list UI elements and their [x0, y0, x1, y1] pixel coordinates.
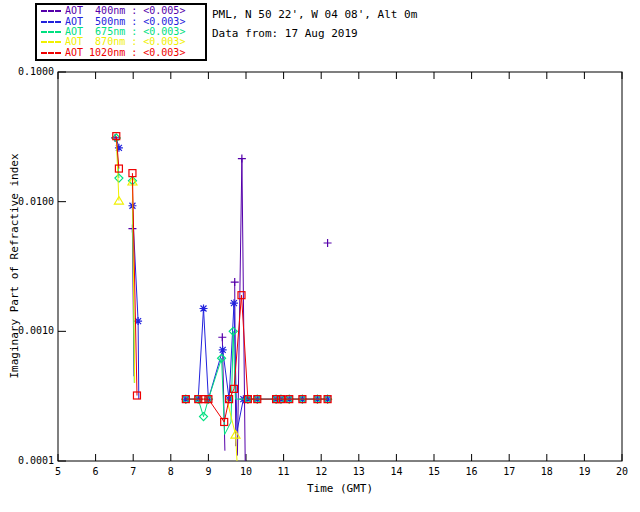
y-tick-label: 0.0100 [18, 196, 54, 207]
plot-border [58, 72, 622, 461]
x-tick-label: 12 [315, 466, 327, 477]
series-aot-400nm [111, 134, 331, 461]
y-tick-label: 0.0010 [18, 325, 54, 336]
x-tick-label: 17 [503, 466, 515, 477]
y-tick-label: 0.0001 [18, 455, 54, 466]
data-point-marker-asterisk [230, 299, 238, 307]
y-tick-label: 0.1000 [18, 66, 54, 77]
x-tick-label: 11 [278, 466, 290, 477]
data-point-marker-asterisk [219, 346, 227, 354]
x-tick-label: 15 [428, 466, 440, 477]
x-tick-label: 5 [55, 466, 61, 477]
aeronet-refractive-index-chart: AOT 400nm : <0.005>AOT 500nm : <0.003>AO… [0, 0, 640, 512]
x-tick-label: 14 [390, 466, 402, 477]
series-line [186, 303, 328, 431]
series-line [237, 159, 245, 461]
x-tick-label: 10 [240, 466, 252, 477]
x-tick-label: 9 [205, 466, 211, 477]
x-tick-label: 19 [578, 466, 590, 477]
data-point-marker-plus [231, 278, 239, 286]
x-tick-label: 6 [93, 466, 99, 477]
x-tick-label: 18 [541, 466, 553, 477]
data-point-marker-plus [238, 155, 246, 163]
x-tick-label: 13 [353, 466, 365, 477]
y-axis-title: Imaginary Part of Refractive index [8, 153, 21, 378]
x-axis-title: Time (GMT) [307, 482, 373, 495]
data-point-marker-plus [218, 333, 226, 341]
series-aot-675nm [112, 134, 331, 435]
x-tick-label: 16 [466, 466, 478, 477]
refractive-index-plot: 5678910111213141516171819200.10000.01000… [0, 0, 640, 512]
series-aot-1020nm [113, 133, 331, 426]
data-point-marker-plus [324, 239, 332, 247]
x-tick-label: 7 [130, 466, 136, 477]
y-axis-ticks: 0.10000.01000.00100.0001 [18, 66, 66, 466]
x-tick-label: 20 [616, 466, 628, 477]
x-tick-label: 8 [168, 466, 174, 477]
data-point-marker-asterisk [200, 305, 208, 313]
x-axis-ticks: 567891011121314151617181920 [55, 72, 628, 477]
